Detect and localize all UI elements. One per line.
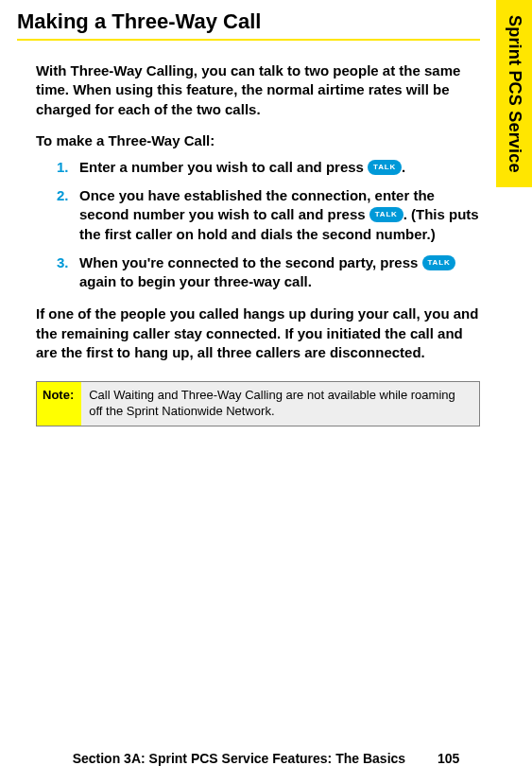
page-content: Making a Three-Way Call With Three-Way C… xyxy=(0,0,532,426)
page-heading: Making a Three-Way Call xyxy=(17,9,489,37)
side-tab-label: Sprint PCS Service xyxy=(505,15,524,173)
step-text-post: . xyxy=(402,159,405,175)
talk-button-icon: TALK xyxy=(369,207,403,222)
step-text-pre: Enter a number you wish to call and pres… xyxy=(79,159,368,175)
sub-heading: To make a Three-Way Call: xyxy=(17,132,489,148)
step-item: 2. Once you have established the connect… xyxy=(57,186,480,244)
heading-rule xyxy=(17,39,480,41)
talk-button-icon: TALK xyxy=(368,160,402,175)
note-label: Note: xyxy=(37,382,81,426)
step-text-pre: When you're connected to the second part… xyxy=(79,254,422,270)
note-body: Call Waiting and Three-Way Calling are n… xyxy=(81,382,479,426)
steps-list: 1. Enter a number you wish to call and p… xyxy=(17,158,489,292)
side-tab: Sprint PCS Service xyxy=(496,0,532,187)
step-item: 1. Enter a number you wish to call and p… xyxy=(57,158,480,177)
step-number: 2. xyxy=(57,186,69,205)
outro-text: If one of the people you called hangs up… xyxy=(17,304,489,362)
step-item: 3. When you're connected to the second p… xyxy=(57,253,480,292)
page-footer: Section 3A: Sprint PCS Service Features:… xyxy=(0,751,532,766)
step-number: 3. xyxy=(57,253,69,272)
note-box: Note: Call Waiting and Three-Way Calling… xyxy=(36,381,480,426)
step-text-post: again to begin your three-way call. xyxy=(79,273,312,289)
footer-section: Section 3A: Sprint PCS Service Features:… xyxy=(73,751,405,766)
talk-button-icon: TALK xyxy=(422,255,456,270)
footer-page-number: 105 xyxy=(438,751,459,766)
step-number: 1. xyxy=(57,158,69,177)
intro-text: With Three-Way Calling, you can talk to … xyxy=(17,61,489,119)
